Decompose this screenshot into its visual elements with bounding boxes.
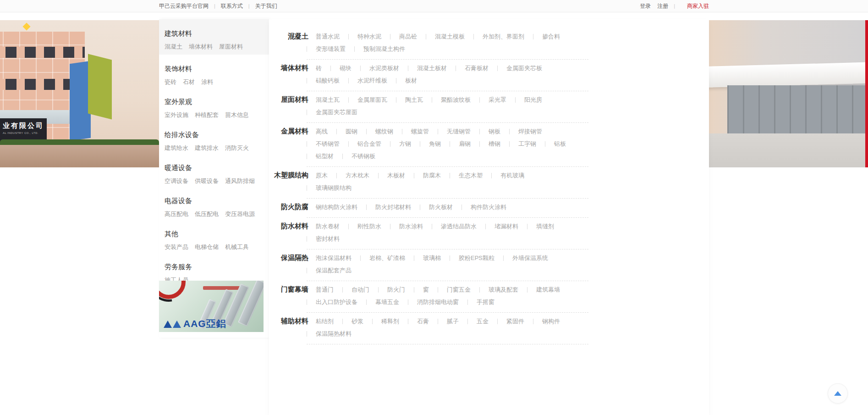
sidebar-sub-link[interactable]: 机械工具 — [225, 243, 249, 250]
sidebar-group-title[interactable]: 暖通设备 — [165, 164, 269, 172]
sidebar-sub-link[interactable]: 建筑给水 — [165, 144, 188, 151]
category-link[interactable]: 防火门 — [387, 284, 405, 296]
category-link[interactable]: 防水卷材 — [316, 221, 340, 232]
category-link[interactable]: 钢板 — [489, 126, 500, 138]
carousel-banner-left[interactable]: 业有限公司 AL INDUSTRY CO., LTD. — [0, 20, 159, 167]
category-row-title[interactable]: 金属材料 — [267, 125, 308, 137]
category-row-title[interactable]: 防水材料 — [267, 220, 308, 232]
auth-link[interactable]: 注册 — [657, 3, 668, 9]
topbar-link[interactable]: 联系方式 — [221, 3, 243, 9]
category-link[interactable]: 刚性防水 — [357, 221, 381, 232]
category-row-title[interactable]: 混凝土 — [267, 30, 308, 42]
sidebar-sub-link[interactable]: 苗木信息 — [225, 111, 249, 118]
category-link[interactable]: 稀释剂 — [381, 315, 399, 327]
sidebar-sub-link[interactable]: 供暖设备 — [195, 177, 219, 184]
category-link[interactable]: 砌块 — [340, 62, 352, 74]
category-link[interactable]: 钢构件 — [542, 315, 560, 327]
sidebar-sub-link[interactable]: 种植配套 — [195, 111, 219, 118]
category-link[interactable]: 腻子 — [447, 315, 459, 327]
sidebar-sub-link[interactable]: 高压配电 — [165, 210, 188, 217]
carousel-banner-right[interactable] — [709, 20, 868, 167]
category-link[interactable]: 陶土瓦 — [405, 94, 423, 106]
category-link[interactable]: 岩棉、矿渣棉 — [369, 252, 405, 264]
category-link[interactable]: 掺合料 — [542, 31, 560, 43]
sidebar-sub-link[interactable]: 涂料 — [201, 78, 213, 85]
category-link[interactable]: 商品砼 — [399, 31, 417, 43]
category-link[interactable]: 防腐木 — [423, 170, 441, 182]
category-link[interactable]: 不锈钢管 — [316, 138, 340, 150]
sidebar-sub-link[interactable]: 安装产品 — [165, 243, 188, 250]
category-row-title[interactable]: 屋面材料 — [267, 94, 308, 105]
category-link[interactable]: 板材 — [405, 75, 417, 87]
category-link[interactable]: 门窗五金 — [447, 284, 471, 296]
category-link[interactable]: 圆钢 — [346, 126, 357, 138]
category-link[interactable]: 木板材 — [387, 170, 405, 182]
sidebar-group-title[interactable]: 给排水设备 — [165, 131, 269, 138]
category-link[interactable]: 聚酯波纹板 — [441, 94, 471, 106]
category-link[interactable]: 无缝钢管 — [447, 126, 471, 138]
category-link[interactable]: 铝合金管 — [357, 138, 381, 150]
sidebar-group-title[interactable]: 其他 — [165, 230, 269, 238]
sidebar-sub-link[interactable]: 石材 — [183, 78, 195, 85]
sidebar-sub-link[interactable]: 室外设施 — [165, 111, 188, 118]
category-row-title[interactable]: 防火防腐 — [267, 201, 308, 213]
category-link[interactable]: 金属面夹芯屋面 — [316, 106, 357, 118]
category-link[interactable]: 自动门 — [352, 284, 369, 296]
topbar-link[interactable]: 关于我们 — [255, 3, 277, 9]
category-link[interactable]: 铝板 — [554, 138, 566, 150]
category-link[interactable]: 堵漏材料 — [494, 221, 518, 232]
category-link[interactable]: 预制混凝土构件 — [363, 43, 405, 55]
category-link[interactable]: 混凝土模板 — [435, 31, 465, 43]
category-link[interactable]: 渗透结晶防水 — [441, 221, 477, 232]
category-link[interactable]: 普通门 — [316, 284, 334, 296]
category-link[interactable]: 幕墙五金 — [375, 296, 399, 308]
sidebar-ad-banner[interactable]: AAG亞鋁 — [159, 281, 264, 332]
category-link[interactable]: 变形缝装置 — [316, 43, 346, 55]
category-link[interactable]: 砖 — [316, 62, 322, 74]
category-link[interactable]: 泡沫保温材料 — [316, 252, 352, 264]
category-link[interactable]: 特种水泥 — [357, 31, 381, 43]
category-link[interactable]: 窗 — [423, 284, 429, 296]
category-link[interactable]: 保温配套产品 — [316, 265, 352, 277]
auth-link[interactable]: 登录 — [640, 3, 651, 9]
category-link[interactable]: 扁钢 — [459, 138, 471, 150]
sidebar-sub-link[interactable]: 空调设备 — [165, 177, 188, 184]
category-link[interactable]: 紧固件 — [506, 315, 524, 327]
category-link[interactable]: 金属面夹芯板 — [506, 62, 542, 74]
category-link[interactable]: 混凝土瓦 — [316, 94, 340, 106]
sidebar-group-title[interactable]: 劳务服务 — [165, 263, 269, 271]
category-link[interactable]: 密封材料 — [316, 233, 340, 245]
category-link[interactable]: 石膏板材 — [465, 62, 489, 74]
category-link[interactable]: 五金 — [477, 315, 489, 327]
category-link[interactable]: 砂浆 — [352, 315, 363, 327]
sidebar-sub-link[interactable]: 变压器电源 — [225, 210, 255, 217]
sidebar-sub-link[interactable]: 电梯仓储 — [195, 243, 219, 250]
category-link[interactable]: 外墙保温系统 — [512, 252, 548, 264]
category-link[interactable]: 钢结构防火涂料 — [316, 201, 357, 213]
sidebar-group-title[interactable]: 装饰材料 — [165, 65, 269, 72]
category-link[interactable]: 混凝土板材 — [417, 62, 447, 74]
topbar-link[interactable]: 甲己云采购平台官网 — [159, 3, 209, 9]
category-link[interactable]: 建筑幕墙 — [536, 284, 560, 296]
category-link[interactable]: 防火板材 — [429, 201, 453, 213]
category-link[interactable]: 水泥类板材 — [369, 62, 399, 74]
category-link[interactable]: 方木枕木 — [346, 170, 369, 182]
category-link[interactable]: 粘结剂 — [316, 315, 334, 327]
category-link[interactable]: 工字钢 — [518, 138, 536, 150]
sidebar-sub-link[interactable]: 墙体材料 — [189, 43, 213, 50]
category-link[interactable]: 不锈钢板 — [352, 150, 375, 162]
category-link[interactable]: 铝型材 — [316, 150, 334, 162]
sidebar-sub-link[interactable]: 低压配电 — [195, 210, 219, 217]
category-link[interactable]: 防水涂料 — [399, 221, 423, 232]
category-link[interactable]: 手摇窗 — [477, 296, 494, 308]
category-link[interactable]: 玻璃棉 — [423, 252, 441, 264]
category-link[interactable]: 有机玻璃 — [500, 170, 524, 182]
category-row-title[interactable]: 墙体材料 — [267, 62, 308, 74]
category-link[interactable]: 焊接钢管 — [518, 126, 542, 138]
sidebar-group-title[interactable]: 建筑材料 — [165, 30, 269, 37]
back-to-top-button[interactable] — [828, 383, 848, 404]
category-link[interactable]: 高线 — [316, 126, 328, 138]
category-link[interactable]: 保温隔热材料 — [316, 328, 352, 340]
category-link[interactable]: 玻璃钢膜结构 — [316, 182, 352, 194]
category-link[interactable]: 水泥纤维板 — [357, 75, 387, 87]
